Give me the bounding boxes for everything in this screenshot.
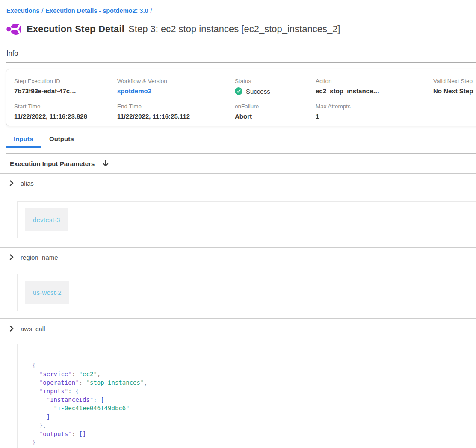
breadcrumb: Executions/Execution Details - spotdemo2… <box>6 7 476 14</box>
param-value-panel-alias: devtest-3 <box>17 201 476 238</box>
field-start-time: Start Time 11/22/2022, 11:16:23.828 <box>14 103 117 120</box>
param-value-panel-aws-call: { "service": "ec2", "operation": "stop_i… <box>17 344 476 448</box>
param-value-panel-region-name: us-west-2 <box>17 274 476 311</box>
field-value: Abort <box>235 113 316 120</box>
page-subtitle: Step 3: ec2 stop instances [ec2_stop_ins… <box>128 24 340 35</box>
chevron-right-icon[interactable] <box>9 325 15 332</box>
workflow-logo-icon <box>6 23 21 36</box>
success-check-icon <box>235 87 242 95</box>
status-badge: Success <box>246 88 270 95</box>
field-action: Action ec2_stop_instance… <box>316 78 433 95</box>
field-value: No Next Step <box>433 87 476 95</box>
field-workflow-version: Workflow & Version spotdemo2 <box>117 78 235 95</box>
param-row-aws-call[interactable]: aws_call <box>0 318 476 338</box>
field-label: Max Attempts <box>316 103 433 110</box>
divider <box>0 42 476 42</box>
tab-outputs[interactable]: Outputs <box>41 135 83 148</box>
param-value-chip: us-west-2 <box>25 281 69 304</box>
breadcrumb-link-execution-details[interactable]: Execution Details - spotdemo2: 3.0 <box>45 7 148 14</box>
field-value: 1 <box>316 113 433 120</box>
field-valid-next-step: Valid Next Step No Next Step <box>433 78 476 95</box>
divider <box>6 62 476 63</box>
breadcrumb-link-executions[interactable]: Executions <box>6 7 39 14</box>
param-name: region_name <box>21 254 58 261</box>
page-header: Execution Step Detail Step 3: ec2 stop i… <box>6 23 476 36</box>
field-step-execution-id: Step Execution ID 7b73f93e-edaf-47c… <box>14 78 117 95</box>
breadcrumb-separator: / <box>151 7 152 14</box>
field-label: Valid Next Step <box>433 78 476 84</box>
field-onfailure: onFailure Abort <box>235 103 316 120</box>
field-label: Workflow & Version <box>117 78 235 84</box>
field-label: onFailure <box>235 103 316 110</box>
chevron-right-icon[interactable] <box>9 180 15 187</box>
workflow-link[interactable]: spotdemo2 <box>117 87 151 95</box>
page-title: Execution Step Detail <box>27 24 124 35</box>
field-value: 11/22/2022, 11:16:23.828 <box>14 113 117 120</box>
field-value: 7b73f93e-edaf-47c… <box>14 87 117 95</box>
param-name: aws_call <box>21 325 45 332</box>
field-end-time: End Time 11/22/2022, 11:16:25.112 <box>117 103 235 120</box>
field-label: Action <box>316 78 433 84</box>
param-value-chip: devtest-3 <box>25 208 68 231</box>
field-label: Status <box>235 78 316 84</box>
info-card: Step Execution ID 7b73f93e-edaf-47c… Wor… <box>6 69 476 126</box>
field-label: End Time <box>117 103 235 110</box>
param-name: alias <box>21 180 34 187</box>
field-max-attempts: Max Attempts 1 <box>316 103 433 120</box>
field-value: ec2_stop_instance… <box>316 87 433 95</box>
tab-bar: Inputs Outputs <box>0 135 476 147</box>
info-heading: Info <box>6 49 476 57</box>
breadcrumb-separator: / <box>41 7 43 14</box>
json-code: { "service": "ec2", "operation": "stop_i… <box>32 361 476 447</box>
field-label: Start Time <box>14 103 117 110</box>
params-header-label: Execution Input Parameters <box>10 160 95 167</box>
chevron-right-icon[interactable] <box>9 254 15 261</box>
tab-inputs[interactable]: Inputs <box>6 135 41 148</box>
field-status: Status Success <box>235 78 316 95</box>
download-arrow-icon[interactable] <box>101 159 110 168</box>
params-header: Execution Input Parameters <box>0 154 476 174</box>
field-value: 11/22/2022, 11:16:25.112 <box>117 113 235 120</box>
param-row-region-name[interactable]: region_name <box>0 247 476 267</box>
param-row-alias[interactable]: alias <box>0 174 476 193</box>
field-label: Step Execution ID <box>14 78 117 84</box>
